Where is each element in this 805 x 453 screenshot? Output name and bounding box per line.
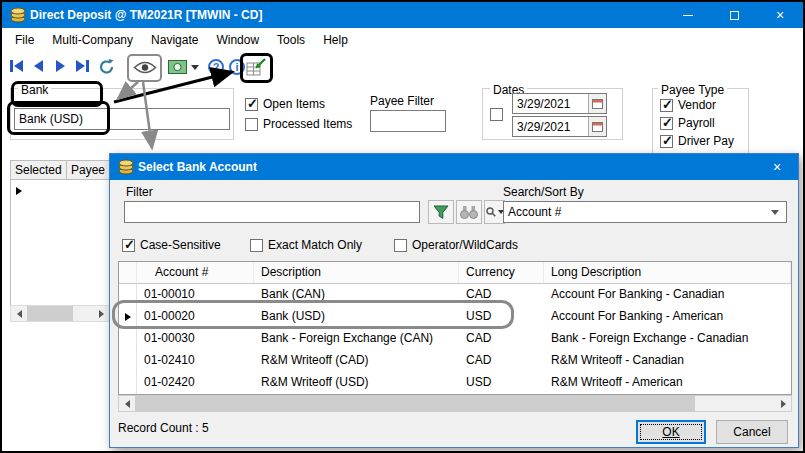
payroll-checkbox[interactable]: Payroll [660, 116, 715, 130]
bank-account-table: Account # Description Currency Long Desc… [118, 261, 792, 395]
column-header-selected[interactable]: Selected [10, 160, 67, 180]
apply-filter-button[interactable] [428, 200, 454, 224]
chevron-down-icon [191, 65, 199, 70]
select-bank-account-dialog: Select Bank Account × Filter [109, 153, 799, 448]
driver-pay-checkbox[interactable]: Driver Pay [660, 134, 734, 148]
menu-multi-company[interactable]: Multi-Company [43, 28, 142, 52]
table-hscrollbar[interactable] [118, 395, 792, 412]
payment-type-button[interactable] [168, 60, 199, 74]
cell-long-description: R&M Writeoff - Canadian [544, 350, 791, 372]
calendar-icon [592, 98, 603, 109]
scroll-right-icon [99, 310, 104, 318]
case-sensitive-checkbox[interactable]: Case-Sensitive [122, 238, 221, 252]
first-record-icon-arrow [14, 60, 23, 72]
info-icon: i [229, 59, 245, 75]
view-bank-button[interactable] [133, 60, 157, 75]
processed-items-checkbox[interactable]: Processed Items [245, 117, 352, 131]
help-button[interactable]: ? [208, 59, 224, 75]
table-row[interactable]: 01-02420 R&M Writeoff (USD) USD R&M Writ… [119, 372, 791, 394]
search-options-button[interactable] [484, 200, 505, 224]
open-items-checkbox[interactable]: Open Items [245, 97, 325, 111]
menu-navigate[interactable]: Navigate [142, 28, 207, 52]
binoculars-icon [459, 205, 479, 219]
table-row-selected[interactable]: 01-00020 Bank (USD) USD Account For Bank… [119, 306, 791, 328]
eye-icon [133, 60, 157, 75]
exact-match-checkbox-box [250, 239, 263, 252]
date-to-input[interactable]: 3/29/2021 [512, 116, 607, 137]
filter-input[interactable] [124, 201, 420, 223]
scrollbar-thumb[interactable] [135, 396, 695, 411]
payee-type-label: Payee Type [658, 83, 727, 97]
menu-help[interactable]: Help [314, 28, 357, 52]
search-sort-select[interactable]: Account # [503, 201, 787, 223]
find-button[interactable] [456, 200, 482, 224]
dialog-close-button[interactable]: × [756, 154, 798, 180]
scroll-right-button[interactable] [775, 396, 791, 411]
cancel-button[interactable]: Cancel [716, 420, 788, 444]
dates-checkbox-box [490, 108, 503, 121]
first-record-button[interactable] [10, 60, 23, 72]
payee-filter-input[interactable] [370, 110, 446, 132]
scroll-right-button[interactable] [93, 306, 109, 321]
dialog-titlebar: Select Bank Account × [110, 154, 798, 180]
minimize-button[interactable] [665, 2, 711, 28]
last-record-icon [86, 60, 89, 72]
payroll-label: Payroll [678, 116, 715, 130]
minimize-icon [683, 15, 693, 16]
close-button[interactable]: × [757, 2, 803, 28]
column-header-account[interactable]: Account # [137, 262, 254, 283]
refresh-button[interactable] [98, 58, 116, 76]
row-marker-icon [125, 313, 131, 321]
row-marker-cell [119, 350, 137, 372]
scroll-right-icon [781, 400, 786, 408]
import-export-button[interactable] [246, 58, 267, 77]
table-row[interactable]: 01-02410 R&M Writeoff (CAD) CAD R&M Writ… [119, 350, 791, 372]
bank-field[interactable]: Bank (USD) [14, 108, 230, 130]
cell-description: R&M Writeoff (CAD) [254, 350, 459, 372]
case-sensitive-label: Case-Sensitive [140, 238, 221, 252]
dialog-icon [118, 159, 134, 175]
last-record-button[interactable] [76, 60, 89, 72]
cell-description: R&M Writeoff (USD) [254, 372, 459, 394]
dialog-close-icon: × [773, 160, 781, 174]
ok-button[interactable]: OK [636, 420, 706, 444]
scroll-left-button[interactable] [11, 306, 27, 321]
table-header-row: Account # Description Currency Long Desc… [119, 262, 791, 284]
date-to-value: 3/29/2021 [517, 120, 570, 134]
table-row[interactable]: 01-00010 Bank (CAN) CAD Account For Bank… [119, 284, 791, 306]
cell-currency: USD [459, 372, 544, 394]
menu-file[interactable]: File [6, 28, 43, 52]
last-record-icon-arrow [76, 60, 85, 72]
cell-long-description: Account For Banking - Canadian [544, 284, 791, 306]
vendor-checkbox[interactable]: Vendor [660, 98, 716, 112]
menu-window[interactable]: Window [207, 28, 268, 52]
app-icon [10, 7, 26, 23]
date-from-calendar-button[interactable] [588, 94, 606, 113]
next-record-button[interactable] [56, 60, 65, 72]
info-button[interactable]: i [229, 59, 245, 75]
scrollbar-thumb[interactable] [27, 306, 73, 321]
main-window-title: Direct Deposit @ TM2021R [TMWIN - CD] [30, 8, 262, 22]
table-row[interactable]: 01-00030 Bank - Foreign Exchange (CAN) C… [119, 328, 791, 350]
toolbar [2, 52, 803, 86]
scroll-left-button[interactable] [119, 396, 135, 411]
column-header-currency[interactable]: Currency [459, 262, 544, 283]
dates-checkbox[interactable] [490, 108, 503, 121]
funnel-icon [433, 205, 449, 220]
menu-tools[interactable]: Tools [268, 28, 314, 52]
cell-description: Bank (USD) [254, 306, 459, 328]
exact-match-checkbox[interactable]: Exact Match Only [250, 238, 362, 252]
date-from-input[interactable]: 3/29/2021 [512, 93, 607, 114]
date-to-calendar-button[interactable] [588, 117, 606, 136]
main-grid-hscrollbar[interactable] [10, 305, 110, 322]
import-spreadsheet-icon [246, 58, 267, 77]
search-sort-label: Search/Sort By [503, 185, 584, 199]
previous-record-button[interactable] [34, 60, 43, 72]
maximize-button[interactable] [711, 2, 757, 28]
bank-label: Bank [18, 83, 51, 97]
wildcards-checkbox[interactable]: Operator/WildCards [394, 238, 518, 252]
column-header-description[interactable]: Description [254, 262, 459, 283]
column-header-long-description[interactable]: Long Description [544, 262, 791, 283]
dialog-title: Select Bank Account [138, 160, 257, 174]
chevron-down-icon [771, 210, 779, 215]
